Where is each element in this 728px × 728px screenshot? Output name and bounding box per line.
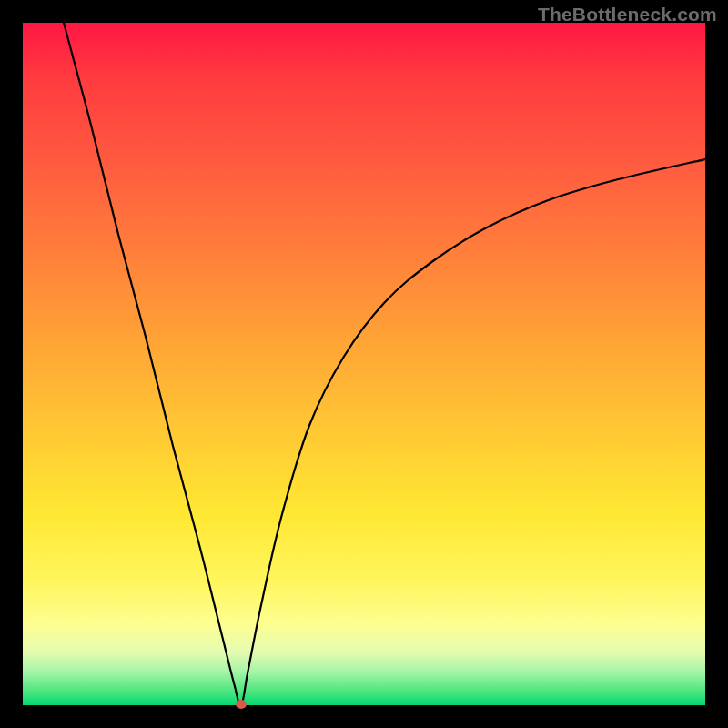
minimum-point-marker	[236, 700, 247, 709]
plot-area	[23, 23, 705, 705]
bottleneck-curve	[23, 23, 705, 705]
chart-frame: TheBottleneck.com	[0, 0, 728, 728]
